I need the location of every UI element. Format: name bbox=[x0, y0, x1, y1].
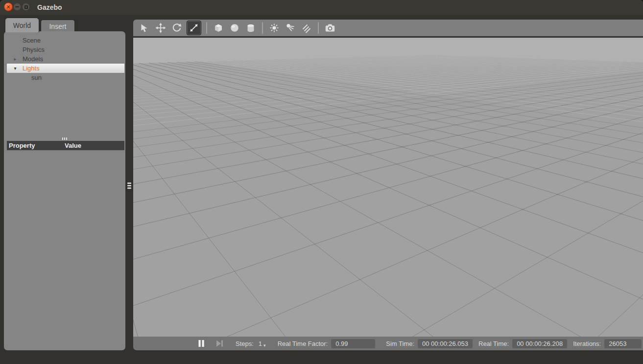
steps-spinner-down-icon[interactable]: ▾ bbox=[263, 343, 266, 348]
toolbar-separator bbox=[262, 22, 263, 34]
sphere-tool-button[interactable] bbox=[228, 21, 241, 35]
spot-light-icon bbox=[285, 23, 296, 33]
select-arrow-icon bbox=[139, 23, 150, 33]
minimize-button[interactable] bbox=[13, 3, 21, 11]
tree-item-label: Scene bbox=[23, 37, 41, 44]
toolbar-separator bbox=[206, 22, 207, 34]
close-icon: ✕ bbox=[6, 4, 10, 10]
tree-item-sun[interactable]: sun bbox=[4, 73, 125, 82]
sim-time-label: Sim Time: bbox=[386, 340, 414, 347]
tree-item-label: Physics bbox=[23, 46, 45, 53]
spot-light-tool-button[interactable] bbox=[284, 21, 297, 35]
panel-splitter-handle[interactable] bbox=[126, 180, 132, 191]
pause-icon bbox=[197, 339, 206, 348]
expander-collapsed-icon[interactable]: ▸ bbox=[12, 56, 18, 62]
minimize-icon bbox=[15, 6, 19, 7]
box-icon bbox=[213, 23, 224, 33]
close-button[interactable]: ✕ bbox=[4, 2, 13, 11]
viewport-toolbar bbox=[133, 20, 643, 36]
cylinder-tool-button[interactable] bbox=[244, 21, 257, 35]
point-light-tool-button[interactable] bbox=[268, 21, 281, 35]
real-time-label: Real Time: bbox=[478, 340, 509, 347]
viewport-panel: Steps: 1 ▾ Real Time Factor: 0.99 Sim Ti… bbox=[133, 20, 643, 350]
iterations-value: 26053 bbox=[604, 339, 642, 348]
step-icon bbox=[215, 339, 224, 348]
tab-world[interactable]: World bbox=[5, 18, 39, 32]
property-column-header[interactable]: Property bbox=[9, 142, 65, 149]
screenshot-tool-button[interactable] bbox=[324, 21, 336, 35]
real-time-value: 00 00:00:26.208 bbox=[512, 339, 567, 348]
statusbar: Steps: 1 ▾ Real Time Factor: 0.99 Sim Ti… bbox=[133, 337, 643, 350]
steps-value[interactable]: 1 bbox=[259, 340, 262, 347]
left-panel: World Insert Scene Physics ▸ Models ▾ Li… bbox=[4, 18, 125, 350]
value-column-header[interactable]: Value bbox=[65, 142, 81, 149]
scale-icon bbox=[189, 23, 199, 33]
maximize-button[interactable] bbox=[22, 3, 30, 11]
rotate-tool-button[interactable] bbox=[170, 21, 183, 35]
select-tool-button[interactable] bbox=[138, 21, 151, 35]
sphere-icon bbox=[229, 23, 240, 33]
step-button[interactable] bbox=[215, 339, 224, 348]
sim-time-value: 00 00:00:26.053 bbox=[418, 339, 473, 348]
column-resize-grip[interactable] bbox=[62, 137, 67, 140]
titlebar[interactable]: ✕ Gazebo bbox=[0, 0, 643, 15]
ground-grid bbox=[133, 38, 643, 337]
point-light-icon bbox=[269, 23, 280, 33]
camera-icon bbox=[324, 23, 336, 33]
translate-icon bbox=[155, 23, 166, 33]
world-tree-panel: Scene Physics ▸ Models ▾ Lights sun Prop… bbox=[4, 31, 125, 350]
directional-light-tool-button[interactable] bbox=[300, 21, 313, 35]
rotate-icon bbox=[171, 23, 182, 33]
tree-item-label: sun bbox=[31, 74, 42, 81]
tree-item-models[interactable]: ▸ Models bbox=[4, 54, 125, 64]
expander-expanded-icon[interactable]: ▾ bbox=[12, 66, 18, 71]
tab-insert[interactable]: Insert bbox=[41, 20, 75, 32]
rtf-label: Real Time Factor: bbox=[278, 340, 328, 347]
pause-button[interactable] bbox=[197, 339, 206, 348]
viewport-3d[interactable] bbox=[133, 38, 643, 337]
tree-item-scene[interactable]: Scene bbox=[4, 36, 125, 45]
window-title: Gazebo bbox=[37, 0, 62, 15]
maximize-icon bbox=[24, 5, 28, 9]
property-table-header: Property Value bbox=[7, 141, 124, 150]
gazebo-window: ✕ Gazebo World Insert Scene Physics ▸ Mo… bbox=[0, 0, 643, 364]
iterations-label: Iterations: bbox=[573, 340, 601, 347]
tab-insert-label: Insert bbox=[49, 23, 66, 30]
box-tool-button[interactable] bbox=[212, 21, 225, 35]
toolbar-separator bbox=[318, 22, 319, 34]
steps-label: Steps: bbox=[236, 340, 254, 347]
translate-tool-button[interactable] bbox=[154, 21, 167, 35]
property-table-body bbox=[7, 150, 124, 347]
rtf-value: 0.99 bbox=[331, 339, 375, 348]
scale-tool-button[interactable] bbox=[187, 21, 201, 35]
cylinder-icon bbox=[245, 23, 256, 33]
tab-world-label: World bbox=[13, 22, 31, 29]
tree-item-label: Lights bbox=[23, 65, 40, 72]
tree-item-physics[interactable]: Physics bbox=[4, 45, 125, 54]
directional-light-icon bbox=[301, 23, 312, 33]
tree-item-lights[interactable]: ▾ Lights bbox=[7, 64, 124, 73]
tree-item-label: Models bbox=[23, 55, 43, 63]
